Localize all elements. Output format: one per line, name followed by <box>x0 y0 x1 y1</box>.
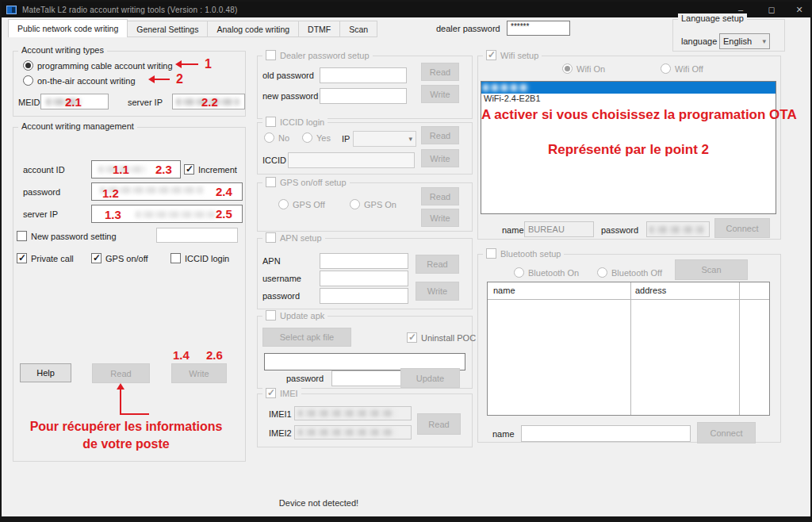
apn-username-input[interactable] <box>320 271 408 286</box>
imei-read-button[interactable]: Read <box>417 413 461 435</box>
annotation-read-line2: de votre poste <box>13 437 239 451</box>
account-id-label: account ID <box>23 165 65 175</box>
ip-label: IP <box>342 134 350 144</box>
bluetooth-col-name: name <box>493 286 515 295</box>
apn-input[interactable] <box>320 253 408 269</box>
wifi-network-list[interactable]: WiFi-2.4-E2B1 A activer si vous choisiss… <box>481 81 776 214</box>
wifi-network-item[interactable]: WiFi-2.4-E2B1 <box>481 94 776 106</box>
gps-onoff-checkbox[interactable]: GPS on/off <box>91 253 148 263</box>
annotation-arrow-2 <box>151 79 170 80</box>
annotation-wifi-line1: A activer si vous choisissez la programa… <box>481 107 776 123</box>
checkbox-checked-icon[interactable] <box>486 50 496 60</box>
tab-general-settings[interactable]: General Settings <box>128 21 208 37</box>
imei2-label: IMEI2 <box>269 428 292 438</box>
apk-update-button[interactable]: Update <box>400 368 460 388</box>
bluetooth-off-label: Bluetooth Off <box>611 268 662 278</box>
uninstall-poc-checkbox[interactable]: Uninstall POC <box>407 332 476 343</box>
checkbox-checked-icon[interactable] <box>266 388 276 398</box>
new-password-input[interactable] <box>156 228 238 243</box>
private-call-checkbox[interactable]: Private call <box>17 253 74 263</box>
table-divider <box>488 299 769 300</box>
table-divider <box>739 282 740 415</box>
new-password-checkbox[interactable]: New password setting <box>17 231 117 241</box>
select-apk-file-button[interactable]: Select apk file <box>262 328 351 347</box>
bluetooth-on-radio[interactable]: Bluetooth On <box>514 267 579 278</box>
iccid-no-radio[interactable]: No <box>264 132 289 143</box>
gps-read-button[interactable]: Read <box>421 187 459 205</box>
annotation-2-4: 2.4 <box>216 185 232 198</box>
imei1-input[interactable] <box>294 406 412 420</box>
increment-checkbox[interactable]: Increment <box>184 164 237 175</box>
checkbox-unchecked-icon[interactable] <box>266 232 276 243</box>
dealer-password-input[interactable]: ****** <box>507 21 570 36</box>
checkbox-unchecked-icon[interactable] <box>486 248 496 259</box>
iccid-read-button[interactable]: Read <box>421 126 459 144</box>
iccid-input[interactable] <box>288 152 415 168</box>
apn-password-input[interactable] <box>320 288 408 304</box>
tab-scan[interactable]: Scan <box>340 21 377 37</box>
dealer-password-write-button[interactable]: Write <box>421 85 459 103</box>
wifi-password-input[interactable] <box>646 221 710 237</box>
bluetooth-setup-title: Bluetooth setup <box>500 249 561 259</box>
iccid-no-label: No <box>278 133 289 143</box>
close-button[interactable]: ✕ <box>787 2 812 17</box>
new-password-label: New password setting <box>31 232 117 241</box>
bluetooth-device-table[interactable]: name address <box>487 282 770 416</box>
checkbox-unchecked-icon[interactable] <box>266 310 276 320</box>
gps-on-radio[interactable]: GPS On <box>350 199 396 209</box>
tab-dtmf[interactable]: DTMF <box>299 21 340 37</box>
radio-on-the-air[interactable]: on-the-air account writing <box>23 75 136 86</box>
iccid-login-checkbox[interactable]: ICCID login <box>170 253 229 263</box>
maximize-button[interactable]: ◻ <box>759 2 784 17</box>
apn-password-label: password <box>262 291 300 301</box>
checkbox-unchecked-icon[interactable] <box>266 177 276 187</box>
tab-public-network-code-writing[interactable]: Public network code writing <box>8 19 128 37</box>
wifi-password-label: password <box>601 225 638 235</box>
imei2-input[interactable] <box>294 425 412 439</box>
wifi-network-item-selected[interactable] <box>481 82 776 94</box>
checkbox-checked-icon <box>91 253 102 263</box>
status-text: Device not detected! <box>239 498 398 508</box>
language-setup-title: Language setup <box>681 13 744 23</box>
tab-bar: Public network code writing General Sett… <box>8 19 377 37</box>
dealer-password-label: dealer password <box>436 24 500 33</box>
checkbox-unchecked-icon[interactable] <box>266 50 276 60</box>
language-select[interactable]: English ▾ <box>719 33 770 49</box>
ip-select[interactable]: ▾ <box>353 131 416 147</box>
uninstall-poc-label: Uninstall POC <box>421 333 476 343</box>
bluetooth-on-label: Bluetooth On <box>528 268 579 278</box>
annotation-2-2: 2.2 <box>201 95 218 109</box>
write-button[interactable]: Write <box>171 363 227 383</box>
apn-read-button[interactable]: Read <box>416 255 459 274</box>
gps-write-button[interactable]: Write <box>421 209 459 227</box>
wifi-name-input[interactable]: BUREAU <box>524 221 594 237</box>
apn-write-button[interactable]: Write <box>416 282 459 301</box>
checkbox-unchecked-icon[interactable] <box>266 117 276 127</box>
apk-password-input[interactable] <box>331 370 408 386</box>
new-password-setup-label: new password <box>262 91 318 101</box>
wifi-connect-button[interactable]: Connect <box>714 218 770 238</box>
annotation-2: 2 <box>176 72 183 86</box>
new-password-setup-input[interactable] <box>320 88 407 104</box>
bluetooth-connect-button[interactable]: Connect <box>697 422 756 443</box>
annotation-arrow-1 <box>178 63 198 65</box>
dealer-password-setup-title: Dealer password setup <box>280 51 370 60</box>
wifi-on-radio[interactable]: Wifi On <box>562 63 605 74</box>
radio-selected-icon <box>23 60 33 71</box>
dealer-password-read-button[interactable]: Read <box>421 63 459 81</box>
help-button[interactable]: Help <box>20 363 71 382</box>
iccid-write-button[interactable]: Write <box>421 149 459 167</box>
wifi-off-radio[interactable]: Wifi Off <box>661 63 703 74</box>
tab-analog-code-writing[interactable]: Analog code writing <box>208 21 299 37</box>
bluetooth-off-radio[interactable]: Bluetooth Off <box>597 267 662 278</box>
gps-setup-group: GPS on/off setup GPS Off GPS On Read Wri… <box>257 182 473 232</box>
old-password-input[interactable] <box>320 67 407 83</box>
bluetooth-scan-button[interactable]: Scan <box>675 259 748 280</box>
iccid-yes-radio[interactable]: Yes <box>302 132 331 143</box>
bluetooth-name-input[interactable] <box>521 425 691 442</box>
wifi-off-label: Wifi Off <box>675 64 703 74</box>
annotation-1-2: 1.2 <box>102 186 119 200</box>
gps-off-radio[interactable]: GPS Off <box>278 199 325 209</box>
radio-programming-cable[interactable]: programming cable account writing <box>23 60 173 71</box>
gps-setup-title: GPS on/off setup <box>280 178 347 187</box>
